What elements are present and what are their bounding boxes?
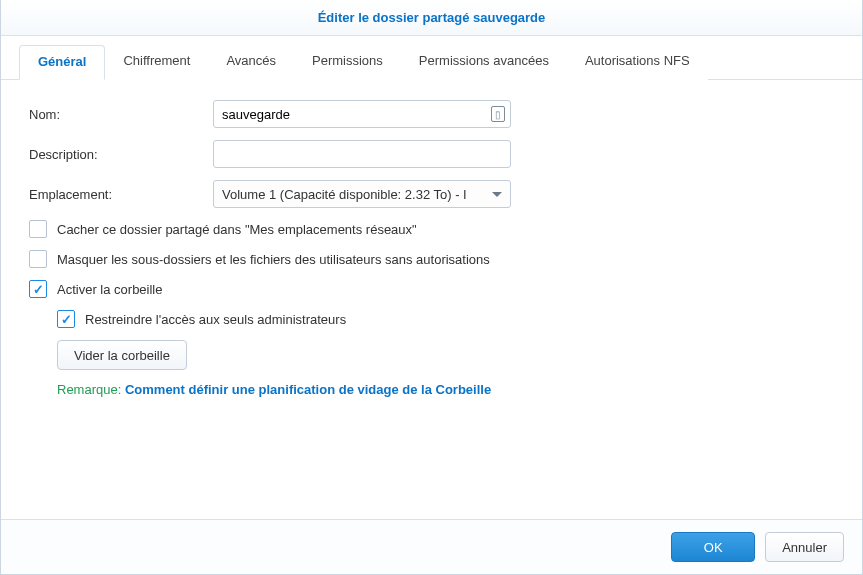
ok-button[interactable]: OK (671, 532, 755, 562)
dialog-body: Nom: ▯ Description: Emplacement: Volume … (1, 80, 862, 519)
checkbox-restrict-admin[interactable]: ✓ (57, 310, 75, 328)
dialog-title-bar: Éditer le dossier partagé sauvegarde (1, 0, 862, 36)
remark-row: Remarque: Comment définir une planificat… (57, 382, 834, 397)
edit-shared-folder-dialog: Éditer le dossier partagé sauvegarde Gén… (0, 0, 863, 575)
tab-advanced-permissions[interactable]: Permissions avancées (401, 45, 567, 80)
name-label: Nom: (29, 107, 213, 122)
label-restrict-admin: Restreindre l'accès aux seuls administra… (85, 312, 346, 327)
remark-link[interactable]: Comment définir une planification de vid… (125, 382, 491, 397)
empty-trash-button[interactable]: Vider la corbeille (57, 340, 187, 370)
chevron-down-icon (492, 192, 502, 197)
tab-general[interactable]: Général (19, 45, 105, 80)
cancel-button[interactable]: Annuler (765, 532, 844, 562)
location-select[interactable]: Volume 1 (Capacité disponible: 2.32 To) … (213, 180, 511, 208)
label-hide-network: Cacher ce dossier partagé dans "Mes empl… (57, 222, 417, 237)
tab-encryption[interactable]: Chiffrement (105, 45, 208, 80)
location-label: Emplacement: (29, 187, 213, 202)
row-hide-unauth: ✓ Masquer les sous-dossiers et les fichi… (29, 250, 834, 268)
tab-nfs[interactable]: Autorisations NFS (567, 45, 708, 80)
checkbox-hide-unauth[interactable]: ✓ (29, 250, 47, 268)
row-description: Description: (29, 140, 834, 168)
row-location: Emplacement: Volume 1 (Capacité disponib… (29, 180, 834, 208)
tab-permissions[interactable]: Permissions (294, 45, 401, 80)
checkbox-hide-network[interactable]: ✓ (29, 220, 47, 238)
row-name: Nom: ▯ (29, 100, 834, 128)
dialog-footer: OK Annuler (1, 519, 862, 574)
dialog-title: Éditer le dossier partagé sauvegarde (318, 10, 546, 25)
description-input[interactable] (213, 140, 511, 168)
label-enable-trash: Activer la corbeille (57, 282, 163, 297)
row-hide-network: ✓ Cacher ce dossier partagé dans "Mes em… (29, 220, 834, 238)
location-selected-text: Volume 1 (Capacité disponible: 2.32 To) … (222, 187, 467, 202)
row-enable-trash: ✓ Activer la corbeille (29, 280, 834, 298)
description-label: Description: (29, 147, 213, 162)
label-hide-unauth: Masquer les sous-dossiers et les fichier… (57, 252, 490, 267)
dialog-tabs: Général Chiffrement Avancés Permissions … (1, 36, 862, 80)
remark-label: Remarque: (57, 382, 121, 397)
row-restrict-admin: ✓ Restreindre l'accès aux seuls administ… (57, 310, 834, 328)
tab-advanced[interactable]: Avancés (208, 45, 294, 80)
storage-icon: ▯ (491, 106, 505, 122)
checkbox-enable-trash[interactable]: ✓ (29, 280, 47, 298)
name-input[interactable] (213, 100, 511, 128)
